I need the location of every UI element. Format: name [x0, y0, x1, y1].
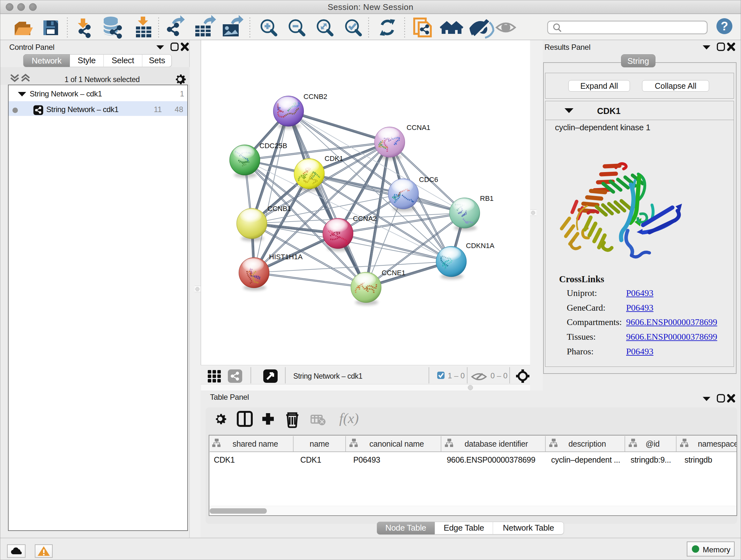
- svg-text:description: description: [568, 439, 606, 448]
- svg-text:namespace: namespace: [698, 439, 737, 448]
- svg-text:CCNB2: CCNB2: [304, 92, 327, 101]
- svg-text:name: name: [310, 439, 329, 448]
- svg-text:RB1: RB1: [480, 194, 494, 202]
- svg-text:CDC6: CDC6: [419, 176, 438, 184]
- svg-text:canonical name: canonical name: [369, 439, 424, 448]
- svg-text:HIST1H1A: HIST1H1A: [269, 253, 302, 261]
- svg-text:@id: @id: [646, 439, 660, 448]
- svg-text:String Network – cdk1: String Network – cdk1: [293, 372, 362, 380]
- svg-text:shared name: shared name: [232, 439, 278, 448]
- svg-text:CCNA1: CCNA1: [407, 124, 430, 132]
- svg-text:1 – 0: 1 – 0: [448, 371, 465, 380]
- svg-text:0 – 0: 0 – 0: [490, 371, 508, 380]
- svg-text:CCNA2: CCNA2: [353, 214, 377, 223]
- svg-text:f(x): f(x): [339, 411, 359, 426]
- svg-text:CCNE1: CCNE1: [382, 269, 406, 277]
- svg-text:CDK1: CDK1: [325, 154, 343, 163]
- svg-text:database identifier: database identifier: [465, 439, 528, 448]
- svg-text:?: ?: [721, 19, 728, 33]
- svg-text:CDKN1A: CDKN1A: [466, 242, 495, 250]
- svg-text:CDC25B: CDC25B: [259, 142, 287, 150]
- svg-text:CCNB1: CCNB1: [267, 205, 291, 212]
